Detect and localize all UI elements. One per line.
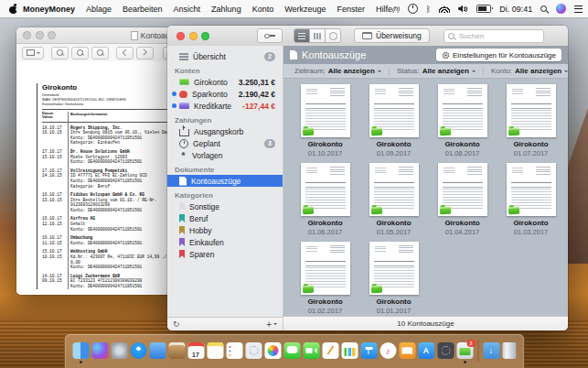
safari-icon[interactable] [130, 342, 146, 359]
facetime-icon[interactable] [303, 342, 319, 359]
menu-item[interactable]: Bearbeiten [123, 5, 163, 14]
document-thumbnail[interactable]: Girokonto 01.06.2017 [291, 163, 359, 236]
document-thumbnail[interactable]: Girokonto 01.02.2017 [291, 242, 359, 315]
wifi-icon[interactable] [439, 5, 450, 13]
green-folder-icon [439, 207, 451, 215]
menu-item[interactable]: MoneyMoney [23, 5, 75, 14]
minimize-button[interactable] [189, 32, 198, 40]
trash-icon[interactable] [502, 342, 516, 359]
reminders-icon[interactable] [226, 342, 242, 359]
chart-view-button[interactable] [309, 29, 325, 42]
sidebar-row[interactable]: * Vorlagen [167, 149, 283, 161]
numbers-icon[interactable] [341, 342, 358, 359]
sidebar-row[interactable]: Kategorien [167, 189, 283, 200]
finder-icon[interactable] [72, 342, 89, 359]
settings-dark-icon[interactable] [437, 342, 454, 359]
document-thumbnail[interactable]: Girokonto 01.03.2017 [497, 163, 565, 236]
sidebar-row[interactable]: Girokonto 3.250,31 € [167, 76, 283, 88]
moneymoney-icon[interactable]: 2 [456, 342, 473, 359]
notification-center-icon[interactable] [574, 5, 583, 13]
photos-icon[interactable] [264, 342, 281, 359]
sidebar-item-label: Zahlungen [175, 116, 275, 124]
document-thumbnail[interactable]: Girokonto 01.07.2017 [497, 84, 565, 157]
view-menu-icon[interactable] [22, 47, 44, 60]
document-thumbnail[interactable]: Girokonto 01.05.2017 [359, 163, 428, 236]
appstore-icon[interactable] [418, 342, 434, 359]
document-preview [507, 163, 556, 216]
close-button[interactable] [23, 31, 31, 39]
sidebar-row[interactable]: Dokumente [167, 164, 283, 175]
keynote-icon[interactable] [360, 342, 377, 359]
filter-dropdown[interactable]: Status: Alle anzeigen [389, 67, 483, 75]
filter-dropdown[interactable]: Konto: Alle anzeigen [483, 67, 568, 75]
siri-icon[interactable] [556, 4, 566, 14]
app-titlebar[interactable]: Überweisung [167, 26, 568, 47]
menu-item[interactable]: Konto [252, 5, 274, 14]
zoom-in-icon[interactable] [71, 47, 89, 60]
zoom-out-icon[interactable] [51, 47, 69, 60]
dock-separator[interactable] [477, 340, 478, 362]
document-thumbnail[interactable]: Girokonto 01.09.2017 [359, 84, 428, 157]
refresh-icon[interactable]: ↻ [173, 320, 180, 329]
contacts-icon[interactable] [168, 342, 185, 359]
spotlight-icon[interactable] [540, 5, 548, 13]
sidebar-row[interactable]: Einkaufen [167, 236, 283, 248]
close-button[interactable] [176, 32, 185, 40]
preview-address-block [467, 167, 482, 175]
downloads-icon[interactable] [483, 342, 499, 359]
search-input[interactable] [457, 31, 540, 41]
minimize-button[interactable] [36, 31, 44, 39]
lock-button[interactable] [257, 28, 283, 43]
document-thumbnail[interactable]: Girokonto 01.01.2017 [359, 242, 428, 315]
messages-icon[interactable] [283, 342, 300, 359]
utility-icon[interactable] [245, 342, 262, 359]
menu-item[interactable]: Ansicht [174, 5, 201, 14]
mail-icon[interactable] [149, 342, 166, 359]
audio-input-icon[interactable]: (h) [392, 5, 400, 13]
sidebar-row[interactable]: Kontoauszüge [167, 175, 283, 187]
battery-icon[interactable] [476, 5, 491, 13]
sidebar-row[interactable]: Geplant 3 [167, 137, 283, 149]
itunes-icon[interactable] [380, 342, 396, 359]
menu-item[interactable]: Hilfe [376, 5, 392, 14]
menu-item[interactable]: Ablage [86, 5, 112, 14]
menu-item[interactable]: Werkzeuge [284, 5, 326, 14]
forward-icon[interactable] [136, 47, 154, 60]
volume-icon[interactable] [458, 5, 468, 13]
sidebar-row[interactable]: Kreditkarte -127,44 € [167, 100, 283, 112]
bluetooth-icon[interactable]: ᛒ [426, 5, 431, 14]
document-thumbnail[interactable]: Girokonto 01.08.2017 [428, 84, 497, 157]
books-icon[interactable] [399, 342, 415, 359]
sidebar-row[interactable]: Hobby [167, 224, 283, 236]
pages-icon[interactable] [322, 342, 338, 359]
preview-text-lines [306, 168, 317, 173]
history-view-button[interactable] [325, 29, 340, 42]
document-thumbnail[interactable]: Girokonto 01.10.2017 [291, 84, 359, 157]
menu-item[interactable]: Zahlung [211, 5, 241, 14]
sidebar-row[interactable]: Sparen [167, 248, 283, 260]
calendar-icon[interactable]: 17 [187, 342, 204, 359]
sidebar-row[interactable]: Ausgangskorb [167, 125, 283, 137]
transfer-button[interactable]: Überweisung [354, 28, 430, 43]
statements-settings-button[interactable]: Einstellungen für Kontoauszüge [436, 49, 561, 61]
sidebar-row[interactable]: Sonstige [167, 200, 283, 212]
zoom-button[interactable] [48, 31, 56, 39]
sidebar-row[interactable]: Konten [167, 65, 283, 76]
sidebar-row[interactable]: Übersicht 2 [167, 50, 283, 62]
menu-item[interactable]: Fenster [337, 5, 366, 14]
filter-dropdown[interactable]: Zeitraum: Alle anzeigen [287, 67, 389, 75]
list-view-button[interactable] [294, 29, 309, 42]
magnifier-icon[interactable] [91, 47, 109, 60]
sidebar-row[interactable]: Sparkonto 2.190,42 € [167, 88, 283, 100]
siri-icon[interactable] [91, 342, 108, 359]
sidebar-row[interactable]: Beruf [167, 212, 283, 224]
launchpad-icon[interactable] [111, 342, 127, 359]
apple-icon[interactable] [9, 4, 17, 14]
notes-icon[interactable] [207, 342, 223, 359]
document-thumbnail[interactable]: Girokonto 01.04.2017 [428, 163, 497, 236]
menu-clock[interactable]: Di. 09:41 [499, 5, 532, 14]
add-account-button[interactable]: + [266, 319, 277, 330]
time-machine-icon[interactable] [408, 4, 418, 14]
zoom-button[interactable] [201, 32, 209, 40]
back-icon[interactable] [116, 47, 134, 60]
